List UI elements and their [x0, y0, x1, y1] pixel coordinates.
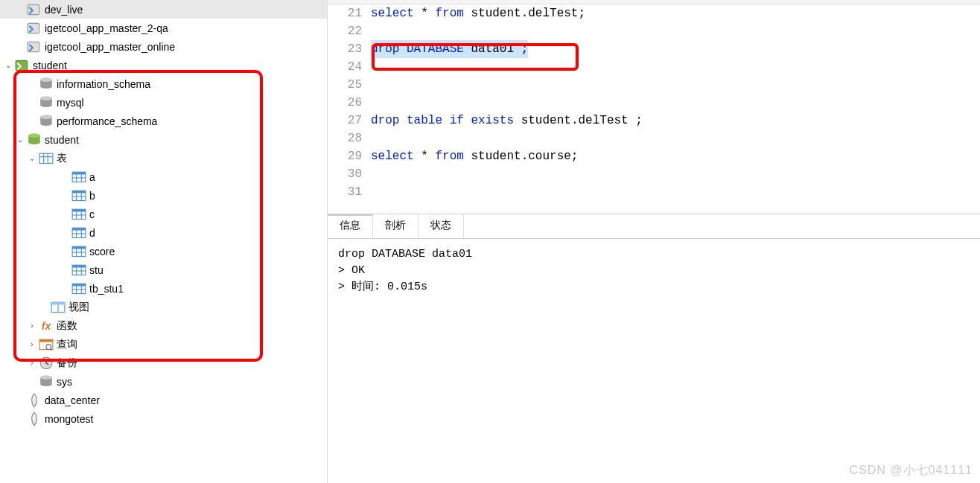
table-icon [71, 226, 86, 240]
tree-item-label: igetcool_app_master_online [45, 41, 175, 53]
tree-item-label: dev_live [45, 4, 83, 16]
tree-item-函数[interactable]: ›fx函数 [0, 316, 327, 335]
expand-icon[interactable] [15, 395, 25, 406]
tree-item-b[interactable]: b [0, 186, 327, 205]
tree-item-视图[interactable]: 视图 [0, 298, 327, 316]
tree-item-information_schema[interactable]: information_schema [0, 74, 327, 93]
tree-item-label: 函数 [57, 319, 77, 333]
tree-item-score[interactable]: score [0, 242, 327, 260]
tree-item-student[interactable]: ⌄student [0, 130, 327, 149]
tree-item-label: 备份 [57, 356, 77, 370]
tab-状态[interactable]: 状态 [419, 214, 464, 238]
tree-item-label: tb_stu1 [89, 283, 124, 295]
code-line[interactable] [371, 165, 980, 183]
expand-icon[interactable] [60, 191, 70, 201]
expand-icon[interactable] [15, 23, 25, 33]
tree-item-performance_schema[interactable]: performance_schema [0, 112, 327, 130]
tree-item-igetcool_app_master_online[interactable]: igetcool_app_master_online [0, 37, 327, 56]
tree-item-label: score [89, 246, 115, 258]
tree-item-label: 表 [57, 152, 67, 165]
table-icon [71, 189, 86, 202]
tree-item-sys[interactable]: sys [0, 372, 327, 391]
code-line[interactable] [371, 58, 980, 76]
svg-rect-55 [39, 339, 53, 342]
code-line[interactable] [371, 94, 980, 112]
line-number: 22 [328, 22, 362, 40]
tree-item-label: mongotest [45, 413, 93, 425]
expand-icon[interactable] [27, 79, 37, 89]
line-number: 31 [328, 183, 362, 201]
svg-rect-17 [72, 172, 86, 174]
tree-item-表[interactable]: ⌄表 [0, 149, 327, 167]
code-line[interactable] [371, 183, 980, 201]
expand-icon[interactable] [27, 97, 37, 108]
line-number: 21 [328, 4, 362, 22]
tree-item-data_center[interactable]: data_center [0, 391, 327, 409]
db-grey-icon [39, 96, 54, 109]
expand-icon[interactable]: › [27, 321, 37, 331]
tree-item-查询[interactable]: ›查询 [0, 335, 327, 354]
code-line[interactable]: drop DATABASE data01 ; [371, 40, 980, 58]
expand-icon[interactable] [60, 209, 70, 220]
db-green-icon [27, 133, 42, 147]
db-conn-grey-icon [27, 22, 42, 35]
tree-item-a[interactable]: a [0, 167, 327, 186]
code-line[interactable]: drop table if exists student.delTest ; [371, 112, 980, 129]
db-conn-grey-icon [27, 3, 42, 16]
tree-item-label: a [89, 171, 95, 183]
expand-icon[interactable] [27, 377, 37, 387]
svg-point-60 [40, 375, 52, 380]
expand-icon[interactable] [60, 246, 70, 257]
tree-item-label: student [45, 134, 79, 146]
code-line[interactable] [371, 22, 980, 40]
expand-icon[interactable] [15, 4, 25, 15]
output-panel: drop DATABASE data01 > OK > 时间: 0.015s [328, 239, 980, 483]
expand-icon[interactable]: › [27, 339, 37, 350]
svg-point-7 [40, 96, 52, 100]
tree-item-stu[interactable]: stu [0, 260, 327, 279]
code-line[interactable]: select * from student.course; [371, 147, 980, 165]
expand-icon[interactable] [60, 228, 70, 238]
svg-rect-12 [39, 153, 53, 163]
expand-icon[interactable] [15, 414, 25, 424]
tree-item-d[interactable]: d [0, 223, 327, 242]
output-line: > 时间: 0.015s [338, 279, 970, 295]
tree-item-mysql[interactable]: mysql [0, 93, 327, 112]
line-number: 23 [328, 40, 362, 58]
expand-icon[interactable] [60, 172, 70, 182]
expand-icon[interactable] [60, 265, 70, 275]
tree-item-label: stu [89, 264, 104, 276]
db-conn-grey-icon [27, 40, 42, 54]
tab-信息[interactable]: 信息 [328, 214, 373, 238]
tree-item-备份[interactable]: ›备份 [0, 354, 327, 372]
tree-item-tb_stu1[interactable]: tb_stu1 [0, 279, 327, 298]
line-number: 30 [328, 165, 362, 183]
expand-icon[interactable]: ⌄ [15, 135, 25, 145]
expand-icon[interactable] [39, 302, 49, 313]
tree-item-dev_live[interactable]: dev_live [0, 0, 327, 19]
svg-rect-37 [72, 246, 86, 249]
expand-icon[interactable] [27, 116, 37, 127]
sql-editor[interactable]: 2122232425262728293031 select * from stu… [328, 4, 980, 214]
expand-icon[interactable] [15, 42, 25, 52]
code-line[interactable]: select * from student.delTest; [371, 4, 980, 22]
expand-icon[interactable]: › [27, 358, 37, 368]
tree-item-label: 查询 [57, 338, 77, 351]
tree-item-label: b [89, 190, 95, 202]
expand-icon[interactable]: ⌄ [3, 60, 13, 71]
tab-剖析[interactable]: 剖析 [373, 214, 419, 238]
tree-item-igetcool_app_master_2-qa[interactable]: igetcool_app_master_2-qa [0, 19, 327, 37]
tree-item-label: d [89, 227, 95, 239]
expand-icon[interactable]: ⌄ [27, 153, 37, 164]
query-icon [39, 338, 54, 351]
code-line[interactable] [371, 76, 980, 94]
tree-item-student[interactable]: ⌄student [0, 56, 327, 74]
line-number: 26 [328, 94, 362, 112]
tree-item-label: information_schema [57, 78, 150, 90]
expand-icon[interactable] [60, 284, 70, 294]
line-number: 28 [328, 129, 362, 147]
tree-item-c[interactable]: c [0, 205, 327, 223]
tree-item-mongotest[interactable]: mongotest [0, 409, 327, 428]
code-line[interactable] [371, 129, 980, 147]
line-number: 24 [328, 58, 362, 76]
